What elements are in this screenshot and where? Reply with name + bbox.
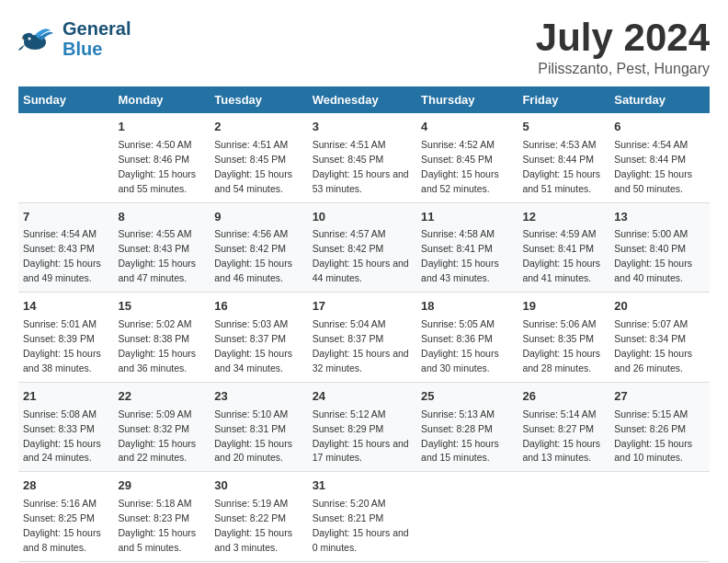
day-sunrise: Sunrise: 4:58 AM	[421, 228, 495, 239]
header-sunday: Sunday	[18, 86, 113, 113]
day-number: 6	[614, 119, 705, 136]
day-sunrise: Sunrise: 5:14 AM	[522, 408, 596, 419]
day-number: 16	[214, 298, 302, 316]
header-wednesday: Wednesday	[308, 86, 416, 113]
day-daylight: Daylight: 15 hours and 28 minutes.	[522, 348, 600, 373]
day-daylight: Daylight: 15 hours and 5 minutes.	[118, 527, 196, 553]
day-number: 10	[313, 209, 412, 226]
calendar-cell: 24 Sunrise: 5:12 AM Sunset: 8:29 PM Dayl…	[308, 382, 416, 472]
day-daylight: Daylight: 15 hours and 43 minutes.	[421, 258, 499, 283]
calendar-cell	[416, 472, 518, 562]
day-number: 23	[214, 388, 302, 406]
day-daylight: Daylight: 15 hours and 15 minutes.	[421, 438, 499, 464]
day-sunrise: Sunrise: 4:54 AM	[23, 228, 97, 239]
day-daylight: Daylight: 15 hours and 40 minutes.	[614, 258, 692, 283]
day-number: 30	[214, 477, 302, 495]
day-sunset: Sunset: 8:45 PM	[313, 154, 384, 165]
day-number: 1	[118, 119, 205, 136]
day-sunset: Sunset: 8:25 PM	[23, 512, 95, 523]
day-number: 12	[522, 209, 605, 226]
calendar-cell: 25 Sunrise: 5:13 AM Sunset: 8:28 PM Dayl…	[416, 382, 518, 472]
day-sunset: Sunset: 8:33 PM	[23, 423, 95, 434]
day-number: 22	[118, 388, 205, 406]
day-sunrise: Sunrise: 5:05 AM	[421, 318, 495, 329]
day-number: 26	[522, 388, 605, 406]
day-sunset: Sunset: 8:28 PM	[421, 423, 493, 434]
day-daylight: Daylight: 15 hours and 17 minutes.	[313, 438, 409, 464]
day-daylight: Daylight: 15 hours and 13 minutes.	[522, 438, 600, 464]
day-sunset: Sunset: 8:37 PM	[313, 333, 384, 344]
day-daylight: Daylight: 15 hours and 47 minutes.	[118, 258, 196, 283]
calendar-cell: 17 Sunrise: 5:04 AM Sunset: 8:37 PM Dayl…	[308, 293, 416, 383]
calendar-cell: 7 Sunrise: 4:54 AM Sunset: 8:43 PM Dayli…	[18, 202, 113, 293]
day-sunrise: Sunrise: 4:56 AM	[214, 228, 288, 239]
calendar-cell: 16 Sunrise: 5:03 AM Sunset: 8:37 PM Dayl…	[210, 293, 307, 383]
day-number: 7	[23, 209, 108, 226]
calendar-week-row: 1 Sunrise: 4:50 AM Sunset: 8:46 PM Dayli…	[18, 113, 710, 202]
day-daylight: Daylight: 15 hours and 24 minutes.	[23, 438, 101, 464]
day-sunrise: Sunrise: 5:13 AM	[421, 408, 495, 419]
day-number: 15	[118, 298, 205, 316]
calendar-subtitle: Pilisszanto, Pest, Hungary	[536, 61, 710, 77]
day-number: 9	[214, 209, 302, 226]
header-tuesday: Tuesday	[210, 86, 307, 113]
day-daylight: Daylight: 15 hours and 52 minutes.	[421, 168, 499, 194]
day-sunset: Sunset: 8:43 PM	[23, 243, 95, 254]
day-number: 14	[23, 298, 108, 316]
day-number: 21	[23, 388, 108, 406]
day-number: 17	[313, 298, 412, 316]
logo: General Blue	[18, 18, 131, 59]
day-sunrise: Sunrise: 4:52 AM	[421, 139, 495, 150]
day-daylight: Daylight: 15 hours and 50 minutes.	[614, 168, 692, 194]
day-number: 29	[118, 477, 205, 495]
day-number: 2	[214, 119, 302, 136]
day-sunrise: Sunrise: 4:55 AM	[118, 228, 191, 239]
day-daylight: Daylight: 15 hours and 46 minutes.	[214, 258, 292, 283]
calendar-cell: 9 Sunrise: 4:56 AM Sunset: 8:42 PM Dayli…	[210, 202, 307, 293]
day-sunrise: Sunrise: 4:51 AM	[313, 139, 386, 150]
calendar-cell: 15 Sunrise: 5:02 AM Sunset: 8:38 PM Dayl…	[113, 293, 210, 383]
day-sunrise: Sunrise: 5:20 AM	[313, 498, 386, 509]
day-sunrise: Sunrise: 5:07 AM	[614, 318, 688, 329]
day-sunset: Sunset: 8:26 PM	[614, 423, 686, 434]
calendar-cell: 23 Sunrise: 5:10 AM Sunset: 8:31 PM Dayl…	[210, 382, 307, 472]
day-sunrise: Sunrise: 4:54 AM	[614, 139, 688, 150]
calendar-title: July 2024	[536, 18, 710, 57]
day-daylight: Daylight: 15 hours and 44 minutes.	[313, 258, 409, 283]
page-header: General Blue July 2024 Pilisszanto, Pest…	[18, 18, 710, 77]
day-number: 18	[421, 298, 513, 316]
calendar-cell	[518, 472, 609, 562]
day-daylight: Daylight: 15 hours and 54 minutes.	[214, 168, 292, 194]
day-sunrise: Sunrise: 5:19 AM	[214, 498, 288, 509]
day-sunset: Sunset: 8:45 PM	[421, 154, 493, 165]
calendar-week-row: 7 Sunrise: 4:54 AM Sunset: 8:43 PM Dayli…	[18, 202, 710, 293]
day-sunset: Sunset: 8:32 PM	[118, 423, 189, 434]
calendar-cell	[18, 113, 113, 202]
day-sunrise: Sunrise: 5:03 AM	[214, 318, 288, 329]
calendar-cell: 14 Sunrise: 5:01 AM Sunset: 8:39 PM Dayl…	[18, 293, 113, 383]
header-saturday: Saturday	[609, 86, 710, 113]
day-sunset: Sunset: 8:42 PM	[214, 243, 286, 254]
calendar-cell: 4 Sunrise: 4:52 AM Sunset: 8:45 PM Dayli…	[416, 113, 518, 202]
day-daylight: Daylight: 15 hours and 38 minutes.	[23, 348, 101, 373]
calendar-cell: 29 Sunrise: 5:18 AM Sunset: 8:23 PM Dayl…	[113, 472, 210, 562]
day-sunrise: Sunrise: 5:09 AM	[118, 408, 191, 419]
calendar-cell: 6 Sunrise: 4:54 AM Sunset: 8:44 PM Dayli…	[609, 113, 710, 202]
day-daylight: Daylight: 15 hours and 26 minutes.	[614, 348, 692, 373]
day-sunrise: Sunrise: 5:12 AM	[313, 408, 386, 419]
day-sunrise: Sunrise: 5:00 AM	[614, 228, 688, 239]
day-number: 31	[313, 477, 412, 495]
day-number: 5	[522, 119, 605, 136]
day-sunset: Sunset: 8:44 PM	[614, 154, 686, 165]
calendar-cell: 5 Sunrise: 4:53 AM Sunset: 8:44 PM Dayli…	[518, 113, 609, 202]
day-daylight: Daylight: 15 hours and 30 minutes.	[421, 348, 499, 373]
calendar-cell: 19 Sunrise: 5:06 AM Sunset: 8:35 PM Dayl…	[518, 293, 609, 383]
day-number: 24	[313, 388, 412, 406]
day-sunset: Sunset: 8:34 PM	[614, 333, 686, 344]
day-sunrise: Sunrise: 4:59 AM	[522, 228, 596, 239]
day-number: 19	[522, 298, 605, 316]
calendar-cell: 28 Sunrise: 5:16 AM Sunset: 8:25 PM Dayl…	[18, 472, 113, 562]
day-number: 13	[614, 209, 705, 226]
day-sunset: Sunset: 8:29 PM	[313, 423, 384, 434]
day-sunset: Sunset: 8:39 PM	[23, 333, 95, 344]
